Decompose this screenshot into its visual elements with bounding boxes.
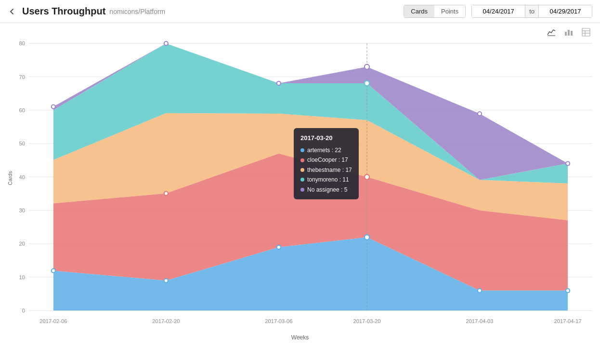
svg-text:60: 60 [19, 107, 25, 113]
svg-text:2017-02-06: 2017-02-06 [39, 318, 67, 324]
svg-text:2017-04-03: 2017-04-03 [466, 318, 493, 324]
date-from-input[interactable] [472, 5, 525, 17]
chart-svg: 0 10 20 30 40 50 60 70 80 2017-02-06 201… [29, 41, 592, 325]
svg-text:2017-02-20: 2017-02-20 [152, 318, 180, 324]
chart-toolbar [0, 23, 600, 41]
view-toggle: Cards Points [404, 5, 466, 18]
back-button[interactable] [8, 7, 16, 16]
no-assignee-point [566, 161, 570, 165]
no-assignee-point-active [365, 65, 369, 69]
chart-container: Cards 0 10 20 30 40 50 60 70 80 2017-02-… [0, 41, 600, 345]
date-range: to [471, 5, 592, 18]
svg-text:2017-03-06: 2017-03-06 [265, 318, 292, 324]
cloecooper-point [164, 192, 168, 195]
points-toggle-button[interactable]: Points [434, 5, 465, 17]
date-to-input[interactable] [539, 5, 592, 17]
no-assignee-point [164, 41, 168, 45]
page-title: Users Throughput [22, 6, 105, 17]
svg-text:0: 0 [22, 308, 25, 313]
svg-text:30: 30 [19, 208, 25, 213]
date-separator: to [525, 5, 539, 17]
arternets-point [478, 288, 482, 292]
arternets-point [52, 269, 55, 273]
back-icon [8, 7, 16, 16]
svg-text:50: 50 [19, 141, 25, 146]
table-view-button[interactable] [580, 27, 592, 39]
no-assignee-point [52, 104, 55, 108]
arternets-point [566, 288, 570, 292]
svg-rect-4 [582, 28, 590, 36]
svg-text:2017-04-17: 2017-04-17 [554, 318, 582, 324]
cloecooper-point-active [365, 174, 369, 179]
svg-text:70: 70 [19, 74, 25, 80]
svg-text:40: 40 [19, 174, 25, 180]
svg-text:20: 20 [19, 241, 25, 247]
line-chart-icon [547, 28, 556, 37]
svg-text:80: 80 [19, 40, 25, 46]
line-chart-button[interactable] [545, 27, 558, 39]
table-icon [582, 28, 590, 37]
bar-chart-button[interactable] [562, 27, 575, 39]
no-assignee-point [478, 112, 482, 116]
svg-rect-3 [571, 31, 573, 36]
x-axis-label: Weeks [291, 334, 309, 341]
no-assignee-point [277, 81, 281, 85]
y-axis-label: Cards [7, 171, 13, 185]
arternets-point [164, 279, 168, 283]
svg-text:10: 10 [19, 274, 25, 280]
bar-chart-icon [564, 28, 573, 37]
svg-rect-1 [565, 32, 567, 36]
cards-toggle-button[interactable]: Cards [404, 5, 434, 17]
svg-rect-2 [568, 30, 570, 36]
tonymoreno-point-active [365, 81, 369, 86]
arternets-point-active [365, 235, 369, 240]
svg-text:2017-03-20: 2017-03-20 [353, 318, 380, 324]
header: Users Throughput nomicons/Platform Cards… [0, 0, 600, 23]
arternets-point [277, 245, 281, 249]
page-subtitle: nomicons/Platform [109, 8, 165, 15]
